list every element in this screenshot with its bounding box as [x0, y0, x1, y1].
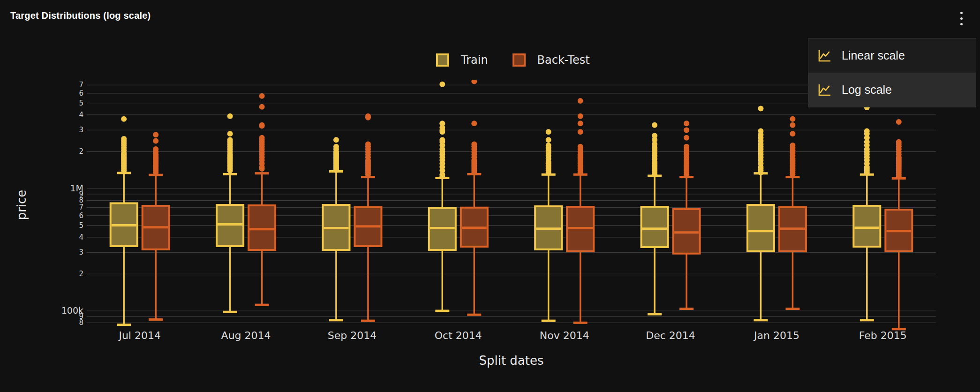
x-tick-label: Jan 2015 — [753, 330, 799, 341]
boxplot-train-dec-2014[interactable] — [641, 122, 668, 314]
outlier-point — [758, 170, 763, 175]
outlier-point — [471, 170, 477, 175]
outlier-point — [864, 170, 870, 175]
x-axis-title: Split dates — [479, 354, 543, 368]
y-tick-label: 2 — [79, 147, 83, 156]
menu-item-log-scale[interactable]: Log scale — [808, 73, 976, 107]
y-tick-label: 7 — [79, 81, 83, 89]
gridlines — [87, 85, 936, 323]
boxplot-back-test-dec-2014[interactable] — [673, 121, 700, 309]
outlier-point — [896, 119, 902, 125]
backtest-swatch-icon — [513, 53, 526, 67]
y-tick-label: 3 — [79, 126, 83, 134]
outlier-point — [684, 135, 689, 141]
x-tick-label: Aug 2014 — [221, 330, 271, 341]
train-swatch-icon — [436, 53, 449, 67]
box-series — [111, 79, 912, 329]
y-tick-label: 2 — [79, 270, 83, 278]
y-tick-label: 3 — [79, 248, 83, 256]
box-iqr — [747, 205, 774, 251]
boxplot-back-test-sep-2014[interactable] — [354, 113, 381, 321]
chart-legend: Train Back-Test — [436, 53, 590, 67]
y-tick-label: 4 — [79, 233, 83, 241]
y-tick-label: 5 — [79, 221, 83, 230]
menu-item-linear-scale[interactable]: Linear scale — [808, 38, 976, 73]
outlier-point — [471, 79, 477, 84]
boxplot-back-test-jul-2014[interactable] — [143, 132, 169, 319]
box-iqr — [641, 207, 668, 247]
chart-panel: Target Distributions (log scale) 7654321… — [0, 0, 980, 392]
outlier-point — [439, 82, 445, 87]
outlier-point — [153, 132, 158, 137]
outlier-point — [546, 137, 551, 143]
outlier-point — [896, 174, 902, 180]
y-tick-label: 6 — [79, 211, 83, 220]
boxplot-train-sep-2014[interactable] — [323, 137, 349, 320]
outlier-point — [578, 113, 583, 119]
outlier-point — [259, 166, 265, 172]
outlier-point — [578, 121, 583, 126]
outlier-point — [439, 129, 445, 135]
outlier-point — [471, 121, 477, 126]
legend-entry-backtest[interactable]: Back-Test — [513, 53, 590, 67]
boxplot-train-jul-2014[interactable] — [111, 116, 137, 325]
boxplot-back-test-feb-2015[interactable] — [885, 119, 912, 329]
line-chart-icon — [816, 48, 831, 63]
x-tick-label: Feb 2015 — [859, 330, 907, 341]
outlier-point — [546, 170, 551, 175]
boxplot-train-aug-2014[interactable] — [217, 113, 243, 312]
y-axis-title: price — [15, 190, 29, 220]
outlier-point — [758, 106, 763, 112]
legend-label-train: Train — [461, 53, 488, 67]
box-iqr — [249, 205, 275, 250]
y-tick-label: 5 — [79, 99, 83, 107]
outlier-point — [227, 168, 233, 173]
boxplot-train-oct-2014[interactable] — [429, 82, 456, 311]
outlier-point — [652, 122, 657, 128]
outlier-point — [790, 116, 795, 122]
y-axis-ticks: 7654321M98765432100k98 — [61, 81, 83, 327]
scale-dropdown-menu: Linear scale Log scale — [808, 38, 976, 107]
y-tick-label: 4 — [79, 111, 83, 119]
outlier-point — [790, 122, 795, 128]
x-tick-label: Jul 2014 — [118, 330, 161, 341]
outlier-point — [121, 116, 127, 122]
outlier-point — [227, 131, 233, 136]
x-tick-label: Nov 2014 — [540, 330, 589, 341]
outlier-point — [121, 168, 127, 173]
boxplot-back-test-jan-2015[interactable] — [779, 116, 806, 309]
outlier-point — [578, 129, 583, 135]
boxplot-train-feb-2015[interactable] — [853, 105, 880, 320]
outlier-point — [439, 174, 445, 180]
menu-item-label: Log scale — [842, 83, 892, 97]
outlier-point — [790, 131, 795, 136]
outlier-point — [333, 137, 339, 143]
legend-label-backtest: Back-Test — [537, 53, 590, 67]
legend-entry-train[interactable]: Train — [436, 53, 488, 67]
x-tick-label: Dec 2014 — [646, 330, 695, 341]
box-iqr — [853, 206, 880, 247]
outlier-point — [578, 170, 583, 175]
outlier-point — [227, 113, 233, 119]
boxplot-back-test-nov-2014[interactable] — [567, 98, 594, 323]
outlier-point — [684, 172, 689, 177]
outlier-point — [684, 121, 689, 126]
outlier-point — [684, 127, 689, 133]
x-tick-label: Sep 2014 — [328, 330, 377, 341]
boxplot-train-nov-2014[interactable] — [535, 129, 562, 321]
boxplot-back-test-oct-2014[interactable] — [461, 79, 488, 315]
boxplot-train-jan-2015[interactable] — [747, 106, 774, 320]
y-tick-label: 8 — [79, 318, 83, 327]
outlier-point — [365, 172, 371, 177]
x-tick-label: Oct 2014 — [435, 330, 482, 341]
outlier-point — [790, 172, 795, 177]
outlier-point — [333, 167, 339, 173]
outlier-point — [365, 115, 371, 121]
outlier-point — [259, 93, 265, 99]
outlier-point — [259, 123, 265, 128]
outlier-point — [652, 172, 657, 177]
y-tick-label: 6 — [79, 89, 83, 98]
outlier-point — [153, 138, 158, 143]
outlier-point — [153, 170, 158, 175]
boxplot-back-test-aug-2014[interactable] — [249, 93, 275, 305]
